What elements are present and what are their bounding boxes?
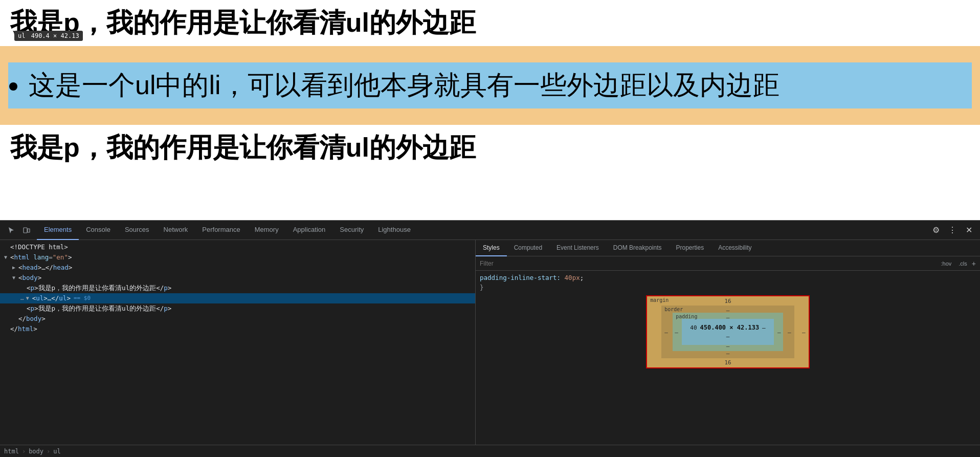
padding-box: padding – – – – 40 450.4 xyxy=(673,313,783,351)
margin-right: – xyxy=(802,329,806,335)
tab-styles[interactable]: Styles xyxy=(476,240,507,256)
padding-left: – xyxy=(675,329,678,335)
svg-rect-1 xyxy=(28,229,30,232)
border-box: border – – – – padding – – – xyxy=(661,306,794,358)
padding-right: – xyxy=(777,329,781,335)
triangle-body[interactable] xyxy=(12,273,18,282)
more-options-btn[interactable]: ⋮ xyxy=(945,223,960,237)
content-box: 40 450.400 × 42.133 – – xyxy=(682,319,773,345)
html-line-html-close[interactable]: </html> xyxy=(0,324,475,334)
margin-box: margin 16 – 16 – border xyxy=(647,296,808,367)
devtools-toolbar: Elements Console Sources Network Perform… xyxy=(0,221,980,240)
tab-console[interactable]: Console xyxy=(79,221,118,240)
content-left: 40 xyxy=(690,324,697,331)
styles-content: padding-inline-start: 40px; } margin 16 xyxy=(476,271,980,445)
filter-buttons: :hov .cls + xyxy=(939,259,976,268)
styles-tabs-row: Styles Computed Event Listeners DOM Brea… xyxy=(476,240,980,256)
content-right: – xyxy=(762,324,766,331)
hov-btn[interactable]: :hov xyxy=(939,259,954,268)
li-element: 这是一个ul中的li，可以看到他本身就具有一些外边距以及内边距 xyxy=(29,62,972,108)
element-tooltip: ul 490.4 × 42.13 xyxy=(14,31,83,41)
html-panel[interactable]: <!DOCTYPE html> <html lang="en"> <head>…… xyxy=(0,240,476,445)
html-line-doctype[interactable]: <!DOCTYPE html> xyxy=(0,242,475,252)
browser-page: ul 490.4 × 42.13 我是p，我的作用是让你看清ul的外边距 这是一… xyxy=(0,0,980,220)
tooltip-size: 490.4 × 42.13 xyxy=(31,32,79,39)
tab-performance[interactable]: Performance xyxy=(195,221,247,240)
border-val: – xyxy=(788,329,791,335)
html-line-head[interactable]: <head>…</head> xyxy=(0,263,475,273)
css-property: padding-inline-start: xyxy=(480,274,561,281)
html-line-ul[interactable]: … <ul>…</ul> == $0 xyxy=(0,293,475,303)
css-rule-closing: } xyxy=(480,284,976,291)
device-toggle-btn[interactable] xyxy=(19,223,34,237)
html-line-body-open[interactable]: <body> xyxy=(0,273,475,283)
cls-btn[interactable]: .cls xyxy=(956,259,970,268)
tab-properties[interactable]: Properties xyxy=(669,240,711,256)
css-value: 40px xyxy=(565,274,580,281)
margin-top: 16 xyxy=(724,298,731,304)
tab-computed[interactable]: Computed xyxy=(507,240,549,256)
padding-label: padding xyxy=(676,314,697,319)
crumb-ul[interactable]: ul xyxy=(53,448,60,455)
margin-bottom: 16 xyxy=(724,359,731,366)
cursor-icon-btn[interactable] xyxy=(4,223,18,237)
padding-top: – xyxy=(726,314,730,321)
margin-label: margin xyxy=(650,297,669,303)
triangle-head[interactable] xyxy=(12,263,18,272)
css-rule-1: padding-inline-start: 40px; xyxy=(480,274,976,281)
dots-indicator: … xyxy=(20,294,24,303)
status-bar: html › body › ul xyxy=(0,445,980,457)
devtools-tabs: Elements Console Sources Network Perform… xyxy=(35,221,420,240)
border-left: – xyxy=(664,329,668,335)
tab-dom-breakpoints[interactable]: DOM Breakpoints xyxy=(606,240,669,256)
right-panel: Styles Computed Event Listeners DOM Brea… xyxy=(476,240,980,445)
tab-network[interactable]: Network xyxy=(157,221,195,240)
filter-bar: :hov .cls + xyxy=(476,256,980,271)
toolbar-right: ⚙ ⋮ ✕ xyxy=(929,223,976,237)
ul-element: 这是一个ul中的li，可以看到他本身就具有一些外边距以及内边距 xyxy=(8,62,972,108)
html-line-p2[interactable]: <p>我是p，我的作用是让你看清ul的外边距</p> xyxy=(0,303,475,314)
selected-badge: == $0 xyxy=(74,294,91,303)
page-content: 我是p，我的作用是让你看清ul的外边距 这是一个ul中的li，可以看到他本身就具… xyxy=(0,0,980,171)
padding-bottom: – xyxy=(726,343,730,350)
close-devtools-btn[interactable]: ✕ xyxy=(962,223,976,237)
tab-lighthouse[interactable]: Lighthouse xyxy=(371,221,418,240)
html-line-html[interactable]: <html lang="en"> xyxy=(0,252,475,263)
tab-sources[interactable]: Sources xyxy=(118,221,157,240)
content-row: 40 450.400 × 42.133 – xyxy=(690,324,765,331)
tab-elements[interactable]: Elements xyxy=(37,221,79,240)
border-label: border xyxy=(664,307,683,312)
tooltip-tag: ul xyxy=(18,32,25,39)
html-line-p1[interactable]: <p>我是p，我的作用是让你看清ul的外边距</p> xyxy=(0,283,475,293)
page-p2: 我是p，我的作用是让你看清ul的外边距 xyxy=(0,125,980,171)
html-line-body-close[interactable]: </body> xyxy=(0,314,475,324)
tab-event-listeners[interactable]: Event Listeners xyxy=(549,240,606,256)
tab-memory[interactable]: Memory xyxy=(248,221,286,240)
tab-security[interactable]: Security xyxy=(332,221,371,240)
crumb-html[interactable]: html xyxy=(4,448,19,455)
add-style-btn[interactable]: + xyxy=(972,259,976,268)
box-model: margin 16 – 16 – border xyxy=(646,295,809,368)
svg-rect-0 xyxy=(24,228,27,233)
devtools-panel: Elements Console Sources Network Perform… xyxy=(0,220,980,457)
box-model-container: margin 16 – 16 – border xyxy=(480,291,976,373)
ul-container: 这是一个ul中的li，可以看到他本身就具有一些外边距以及内边距 xyxy=(0,46,980,125)
devtools-body: <!DOCTYPE html> <html lang="en"> <head>…… xyxy=(0,240,980,445)
tab-accessibility[interactable]: Accessibility xyxy=(711,240,759,256)
triangle-ul[interactable] xyxy=(26,294,32,303)
page-p1: 我是p，我的作用是让你看清ul的外边距 xyxy=(0,0,980,46)
filter-input[interactable] xyxy=(480,260,934,267)
crumb-body[interactable]: body xyxy=(29,448,43,455)
content-size: 450.400 × 42.133 xyxy=(700,324,760,331)
settings-icon-btn[interactable]: ⚙ xyxy=(929,223,943,237)
content-bottom: – xyxy=(726,333,730,340)
triangle-html[interactable] xyxy=(4,253,10,262)
tab-application[interactable]: Application xyxy=(286,221,333,240)
